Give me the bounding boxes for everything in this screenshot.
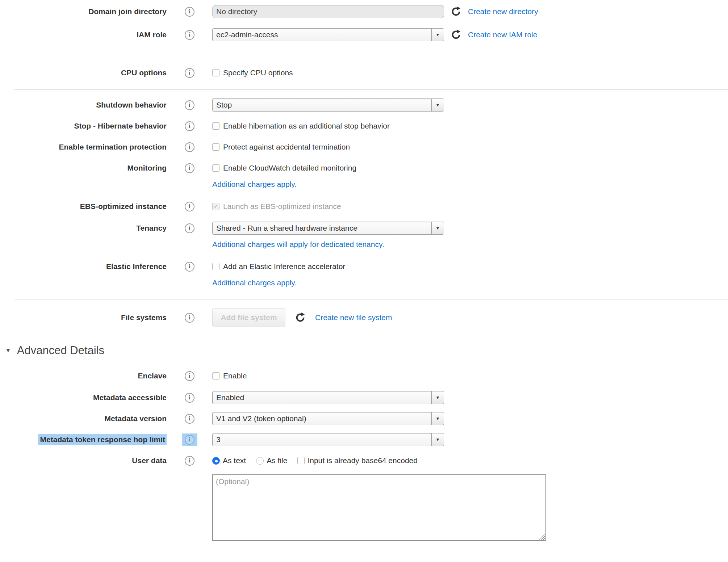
- row-elastic-inference: Elastic Inference i Add an Elastic Infer…: [0, 258, 728, 275]
- info-icon[interactable]: i: [185, 414, 194, 424]
- info-icon[interactable]: i: [185, 68, 194, 78]
- info-icon[interactable]: i: [185, 30, 194, 40]
- metadata-accessible-label: Metadata accessible: [0, 393, 167, 402]
- cloudwatch-monitoring-checkbox-label: Enable CloudWatch detailed monitoring: [223, 164, 356, 172]
- shutdown-behavior-label: Shutdown behavior: [0, 100, 167, 109]
- advanced-details-header[interactable]: ▼ Advanced Details: [0, 342, 728, 359]
- hop-limit-icon-highlight: i: [182, 433, 197, 446]
- iam-role-select[interactable]: ec2-admin-access ▼: [212, 28, 444, 41]
- row-metadata-accessible: Metadata accessible i Enabled ▼: [0, 389, 728, 406]
- row-termination-protection: Enable termination protection i Protect …: [0, 138, 728, 156]
- info-icon[interactable]: i: [185, 163, 194, 173]
- ebs-optimized-label: EBS-optimized instance: [0, 202, 167, 211]
- row-metadata-version: Metadata version i V1 and V2 (token opti…: [0, 410, 728, 427]
- as-file-radio-label: As file: [267, 456, 287, 465]
- ebs-optimized-checkbox-label: Launch as EBS-optimized instance: [223, 202, 341, 211]
- row-monitoring: Monitoring i Enable CloudWatch detailed …: [0, 159, 728, 177]
- cloudwatch-monitoring-checkbox[interactable]: [212, 164, 219, 172]
- info-icon[interactable]: i: [185, 262, 194, 272]
- elastic-inference-checkbox[interactable]: [212, 263, 219, 270]
- monitoring-note: Additional charges apply.: [212, 177, 728, 191]
- file-systems-label: File systems: [0, 313, 167, 322]
- row-user-data: User data i As text As file Input is alr…: [0, 452, 728, 469]
- monitoring-label: Monitoring: [0, 163, 167, 172]
- add-file-system-button: Add file system: [212, 308, 285, 327]
- domain-join-select: No directory: [212, 5, 444, 18]
- specify-cpu-options-checkbox-label: Specify CPU options: [223, 68, 293, 77]
- tenancy-select[interactable]: Shared - Run a shared hardware instance …: [212, 222, 444, 235]
- configure-instance-form: Domain join directory i No directory Cre…: [0, 0, 728, 541]
- row-iam-role: IAM role i ec2-admin-access ▼ Create new…: [0, 26, 728, 43]
- enclave-enable-checkbox[interactable]: [212, 372, 219, 379]
- metadata-accessible-value: Enabled: [216, 393, 244, 402]
- advanced-details-title: Advanced Details: [17, 344, 104, 357]
- metadata-accessible-select[interactable]: Enabled ▼: [212, 391, 444, 404]
- info-icon[interactable]: i: [185, 313, 194, 323]
- info-icon[interactable]: i: [185, 142, 194, 152]
- as-text-radio[interactable]: [212, 457, 220, 465]
- as-text-radio-label: As text: [223, 456, 246, 465]
- termination-protection-checkbox[interactable]: [212, 143, 219, 151]
- user-data-textarea[interactable]: [212, 474, 546, 541]
- elastic-inference-checkbox-label: Add an Elastic Inference accelerator: [223, 262, 345, 271]
- hop-limit-value: 3: [216, 435, 221, 444]
- elastic-inference-label: Elastic Inference: [0, 262, 167, 271]
- info-icon[interactable]: i: [185, 121, 194, 131]
- section-divider: [14, 89, 728, 90]
- dropdown-arrow-icon: ▼: [431, 391, 444, 404]
- create-new-file-system-link[interactable]: Create new file system: [315, 313, 392, 322]
- domain-join-value: No directory: [216, 7, 257, 16]
- monitoring-charges-link[interactable]: Additional charges apply.: [212, 180, 297, 189]
- shutdown-behavior-select[interactable]: Stop ▼: [212, 98, 444, 112]
- specify-cpu-options-checkbox[interactable]: [212, 69, 219, 76]
- as-file-radio[interactable]: [256, 457, 264, 465]
- dropdown-arrow-icon: ▼: [431, 29, 444, 41]
- caret-down-icon: ▼: [5, 347, 11, 354]
- info-icon[interactable]: i: [185, 202, 194, 211]
- tenancy-charges-link[interactable]: Additional charges will apply for dedica…: [212, 240, 384, 249]
- metadata-version-select[interactable]: V1 and V2 (token optional) ▼: [212, 412, 444, 425]
- metadata-version-label: Metadata version: [0, 414, 167, 423]
- refresh-icon[interactable]: [295, 312, 306, 323]
- dropdown-arrow-icon: ▼: [431, 412, 444, 425]
- info-icon[interactable]: i: [185, 223, 194, 233]
- dropdown-arrow-icon: ▼: [431, 99, 444, 111]
- termination-protection-label: Enable termination protection: [0, 142, 167, 151]
- row-enclave: Enclave i Enable: [0, 367, 728, 385]
- info-icon[interactable]: i: [185, 7, 194, 17]
- base64-encoded-checkbox-label: Input is already base64 encoded: [307, 456, 418, 465]
- base64-encoded-checkbox[interactable]: [297, 457, 305, 464]
- hop-limit-select[interactable]: 3 ▼: [212, 433, 444, 446]
- tenancy-note: Additional charges will apply for dedica…: [212, 238, 728, 251]
- info-icon[interactable]: i: [185, 456, 194, 466]
- dropdown-arrow-icon: ▼: [431, 222, 444, 234]
- user-data-label: User data: [0, 456, 167, 465]
- info-icon[interactable]: i: [185, 100, 194, 110]
- iam-role-value: ec2-admin-access: [216, 30, 278, 39]
- hibernate-behavior-label: Stop - Hibernate behavior: [0, 121, 167, 130]
- ebs-optimized-checkbox: ✓: [212, 203, 219, 210]
- termination-protection-checkbox-label: Protect against accidental termination: [223, 143, 350, 151]
- refresh-icon[interactable]: [451, 29, 461, 40]
- shutdown-behavior-value: Stop: [216, 101, 232, 109]
- refresh-icon[interactable]: [451, 6, 461, 17]
- user-data-textarea-wrap: [212, 474, 546, 541]
- info-icon[interactable]: i: [185, 393, 194, 403]
- create-new-directory-link[interactable]: Create new directory: [468, 7, 538, 16]
- row-ebs-optimized: EBS-optimized instance i ✓ Launch as EBS…: [0, 198, 728, 215]
- row-tenancy: Tenancy i Shared - Run a shared hardware…: [0, 219, 728, 237]
- enclave-enable-checkbox-label: Enable: [223, 372, 247, 380]
- metadata-version-value: V1 and V2 (token optional): [216, 414, 306, 423]
- section-divider: [14, 299, 728, 299]
- enclave-label: Enclave: [0, 371, 167, 380]
- row-domain-join-directory: Domain join directory i No directory Cre…: [0, 3, 728, 20]
- info-icon[interactable]: i: [185, 371, 194, 381]
- row-hibernate-behavior: Stop - Hibernate behavior i Enable hiber…: [0, 117, 728, 135]
- enable-hibernation-checkbox[interactable]: [212, 122, 219, 130]
- info-icon[interactable]: i: [185, 435, 194, 445]
- create-new-iam-role-link[interactable]: Create new IAM role: [468, 30, 537, 39]
- row-file-systems: File systems i Add file system Create ne…: [0, 307, 728, 328]
- elastic-inference-charges-link[interactable]: Additional charges apply.: [212, 278, 297, 287]
- advanced-details-divider: [0, 359, 728, 359]
- row-cpu-options: CPU options i Specify CPU options: [0, 64, 728, 81]
